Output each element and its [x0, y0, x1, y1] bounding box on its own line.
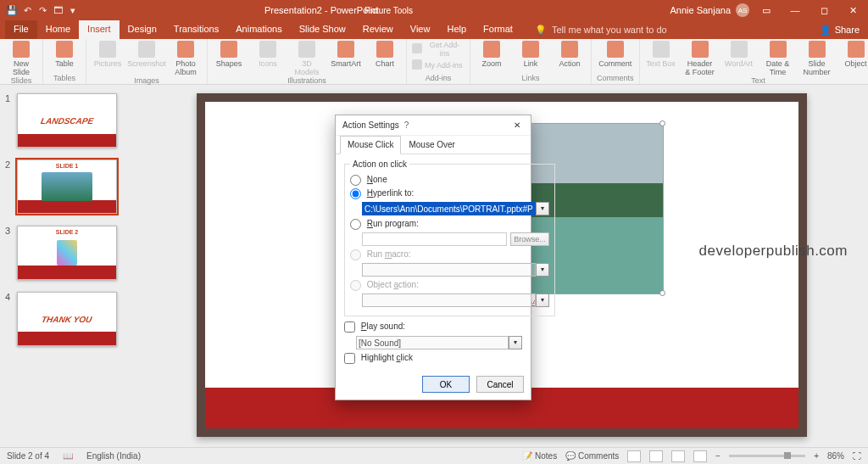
- date-time-button[interactable]: Date & Time: [762, 41, 794, 76]
- user-name[interactable]: Annie Sanjana: [670, 5, 731, 15]
- hyperlink-value[interactable]: [362, 202, 536, 215]
- action-button[interactable]: Action: [554, 41, 586, 68]
- smartart-button[interactable]: SmartArt: [330, 41, 362, 76]
- tab-format[interactable]: Format: [475, 20, 521, 39]
- slide-position[interactable]: Slide 2 of 4: [7, 451, 49, 461]
- language[interactable]: English (India): [86, 451, 141, 461]
- macro-select: [362, 263, 536, 277]
- tab-view[interactable]: View: [402, 20, 439, 39]
- comments-button[interactable]: 💬 Comments: [565, 451, 619, 461]
- tab-home[interactable]: Home: [37, 20, 79, 39]
- minimize-icon[interactable]: —: [783, 5, 807, 15]
- comment-button[interactable]: Comment: [599, 41, 632, 68]
- shapes-button[interactable]: Shapes: [213, 41, 245, 76]
- title-bar: 💾 ↶ ↷ 🗔 ▾ Presentation2 - PowerPoint Pic…: [0, 0, 868, 20]
- group-illustrations: Shapes Icons 3D Models SmartArt Chart Il…: [208, 39, 407, 84]
- ok-button[interactable]: OK: [422, 376, 470, 393]
- tab-mouse-click[interactable]: Mouse Click: [340, 136, 401, 154]
- option-object-action: Object action:: [350, 280, 549, 291]
- tab-design[interactable]: Design: [120, 20, 165, 39]
- play-sound-checkbox[interactable]: Play sound:: [344, 321, 405, 331]
- ribbon-options-icon[interactable]: ▭: [754, 5, 778, 16]
- tab-insert[interactable]: Insert: [79, 20, 120, 39]
- quick-access: 💾 ↶ ↷ 🗔 ▾: [0, 5, 85, 16]
- dialog-close-icon[interactable]: ✕: [510, 120, 524, 130]
- group-legend: Action on click: [350, 159, 409, 169]
- fit-to-window-icon[interactable]: ⛶: [853, 451, 861, 461]
- chart-button[interactable]: Chart: [369, 41, 401, 76]
- close-icon[interactable]: ✕: [841, 5, 865, 16]
- save-icon[interactable]: 💾: [5, 5, 19, 16]
- object-action-select: [362, 293, 536, 307]
- run-program-input[interactable]: [362, 232, 507, 246]
- zoom-in-icon[interactable]: +: [814, 451, 819, 461]
- header-footer-button[interactable]: Header & Footer: [684, 41, 716, 76]
- thumbnail-4[interactable]: THANK YOU: [17, 292, 117, 346]
- zoom-out-icon[interactable]: −: [715, 451, 721, 461]
- redo-icon[interactable]: ↷: [36, 5, 49, 16]
- object-dropdown-icon: ▾: [536, 293, 549, 307]
- resize-handle[interactable]: [659, 290, 665, 296]
- group-links: Zoom Link Action Links: [470, 39, 592, 84]
- tab-transitions[interactable]: Transitions: [165, 20, 227, 39]
- group-addins: Get Add-ins My Add-ins Add-ins: [407, 39, 470, 84]
- tell-me-text: Tell me what you want to do: [552, 25, 667, 35]
- tab-help[interactable]: Help: [438, 20, 475, 39]
- group-label: Comments: [597, 74, 634, 84]
- share-button[interactable]: 👤 Share: [811, 20, 868, 39]
- browse-button[interactable]: Browse...: [510, 232, 549, 246]
- maximize-icon[interactable]: ◻: [812, 5, 836, 16]
- tab-review[interactable]: Review: [354, 20, 402, 39]
- icons-button[interactable]: Icons: [252, 41, 284, 76]
- hyperlink-dropdown-icon[interactable]: ▾: [536, 202, 549, 215]
- option-run-program[interactable]: Run program:: [350, 219, 549, 230]
- new-slide-button[interactable]: New Slide: [5, 41, 37, 76]
- table-button[interactable]: Table: [48, 41, 81, 68]
- zoom-slider[interactable]: [729, 455, 805, 457]
- notes-button[interactable]: 📝 Notes: [522, 451, 557, 461]
- 3d-models-button[interactable]: 3D Models: [291, 41, 323, 76]
- tab-slideshow[interactable]: Slide Show: [291, 20, 354, 39]
- option-none[interactable]: NNoneone: [350, 175, 549, 186]
- dialog-title: Action Settings: [342, 120, 399, 130]
- highlight-click-checkbox[interactable]: Highlight click: [344, 353, 413, 362]
- slide-number-button[interactable]: Slide Number: [801, 41, 833, 76]
- option-hyperlink[interactable]: Hyperlink to:: [350, 188, 549, 199]
- macro-dropdown-icon: ▾: [536, 263, 549, 277]
- zoom-button[interactable]: Zoom: [476, 41, 508, 68]
- zoom-level[interactable]: 86%: [827, 451, 844, 461]
- object-button[interactable]: Object: [840, 41, 868, 76]
- thumbnail-3[interactable]: SLIDE 2: [17, 226, 117, 280]
- tell-me[interactable]: 💡 Tell me what you want to do: [521, 20, 667, 39]
- sorter-view-icon[interactable]: [649, 450, 663, 462]
- thumbnail-2[interactable]: SLIDE 1: [17, 159, 117, 214]
- normal-view-icon[interactable]: [627, 450, 641, 462]
- textbox-button[interactable]: Text Box: [645, 41, 677, 76]
- tab-mouse-over[interactable]: Mouse Over: [401, 136, 462, 154]
- screenshot-button[interactable]: Screenshot: [131, 41, 163, 76]
- status-bar: Slide 2 of 4 📖 English (India) 📝 Notes 💬…: [0, 447, 868, 464]
- link-button[interactable]: Link: [515, 41, 547, 68]
- avatar[interactable]: AS: [736, 3, 749, 17]
- qa-more-icon[interactable]: ▾: [66, 5, 80, 16]
- group-label: Links: [521, 74, 539, 84]
- ribbon-tabs: File Home Insert Design Transitions Anim…: [0, 20, 868, 39]
- tab-animations[interactable]: Animations: [227, 20, 290, 39]
- thumbnail-1[interactable]: LANDSCAPE: [17, 93, 117, 148]
- photo-album-button[interactable]: Photo Album: [170, 41, 202, 76]
- dialog-help-icon[interactable]: ?: [399, 120, 415, 130]
- action-settings-dialog: Action Settings ? ✕ Mouse Click Mouse Ov…: [335, 115, 531, 400]
- my-addins-button[interactable]: My Add-ins: [412, 59, 465, 71]
- undo-icon[interactable]: ↶: [20, 5, 34, 16]
- wordart-button[interactable]: WordArt: [723, 41, 755, 76]
- cancel-button[interactable]: Cancel: [476, 376, 524, 393]
- slideshow-view-icon[interactable]: [693, 450, 707, 462]
- tab-file[interactable]: File: [5, 20, 37, 39]
- reading-view-icon[interactable]: [671, 450, 685, 462]
- startover-icon[interactable]: 🗔: [51, 5, 64, 16]
- group-text: Text Box Header & Footer WordArt Date & …: [640, 39, 868, 84]
- spellcheck-icon[interactable]: 📖: [63, 451, 73, 461]
- get-addins-button[interactable]: Get Add-ins: [412, 41, 465, 58]
- resize-handle[interactable]: [659, 120, 665, 126]
- pictures-button[interactable]: Pictures: [92, 41, 124, 76]
